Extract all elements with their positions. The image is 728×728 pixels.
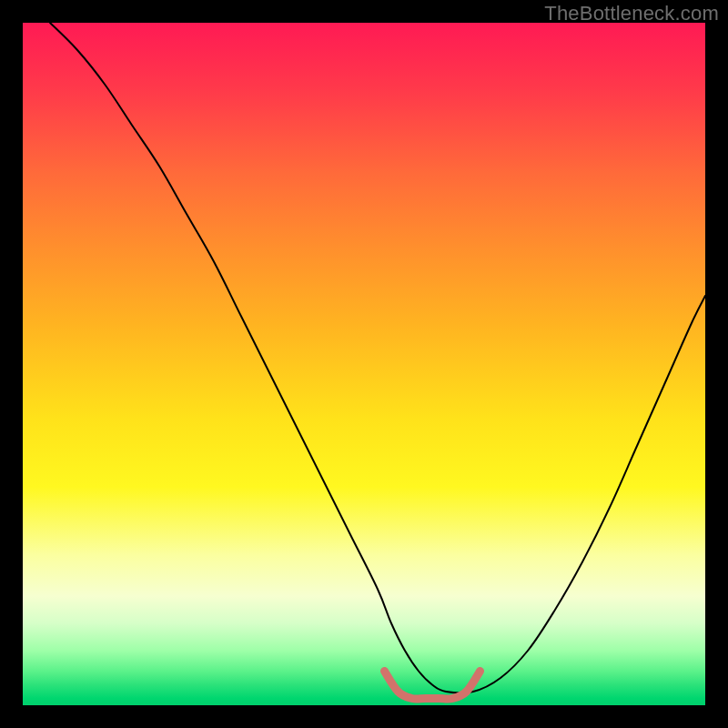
chart-frame: TheBottleneck.com bbox=[0, 0, 728, 728]
plot-area bbox=[23, 23, 705, 705]
chart-svg bbox=[23, 23, 705, 705]
watermark-text: TheBottleneck.com bbox=[544, 2, 719, 25]
series-main-curve bbox=[50, 23, 705, 693]
